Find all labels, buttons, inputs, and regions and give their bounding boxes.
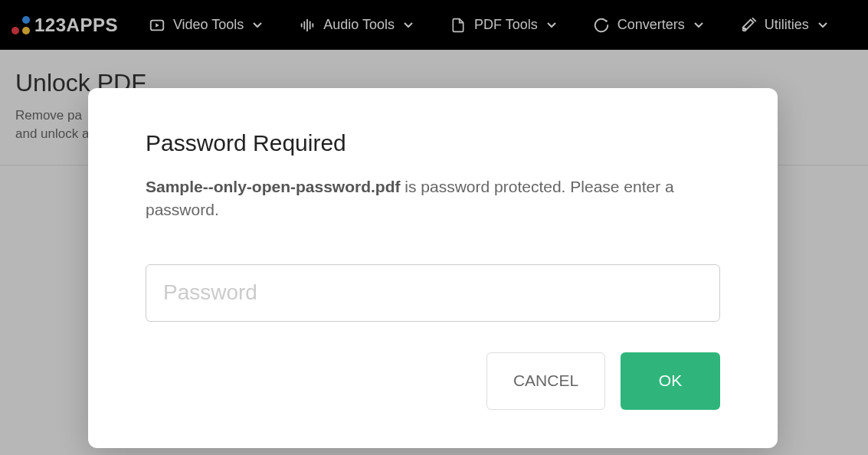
modal-title: Password Required [146,130,720,156]
modal-filename: Sample--only-open-password.pdf [146,178,401,195]
password-input[interactable] [146,264,720,322]
cancel-button[interactable]: CANCEL [486,352,605,410]
password-modal: Password Required Sample--only-open-pass… [88,88,778,448]
ok-button[interactable]: OK [621,352,720,410]
modal-description: Sample--only-open-password.pdf is passwo… [146,175,720,222]
modal-buttons: CANCEL OK [146,352,720,410]
